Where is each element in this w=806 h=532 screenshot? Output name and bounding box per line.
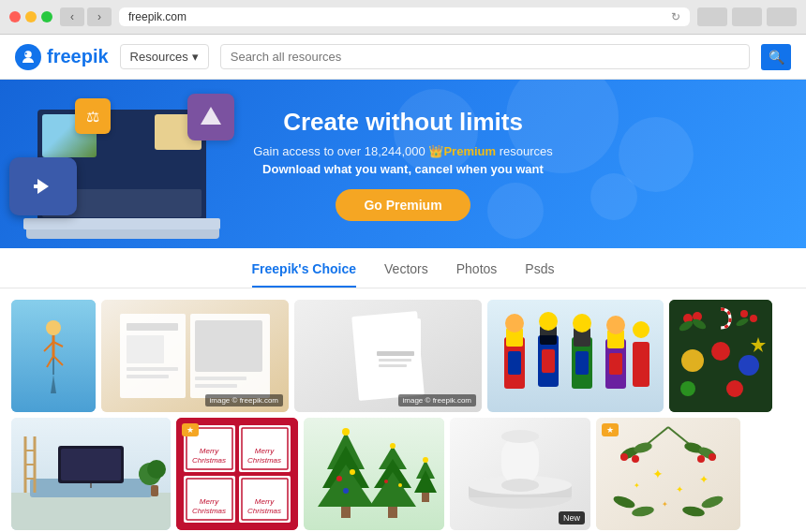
image-nutcrackers[interactable]	[487, 300, 664, 412]
resources-dropdown[interactable]: Resources ▾	[120, 44, 209, 69]
svg-text:Merry: Merry	[200, 497, 219, 506]
dropdown-arrow-icon: ▾	[192, 50, 199, 64]
image-floral-christmas[interactable]: ✦ ✦ ✦ ✦ ✦ ★	[596, 418, 740, 530]
svg-point-60	[680, 381, 695, 396]
hero-title: Create without limits	[253, 108, 553, 137]
maximize-button[interactable]	[41, 11, 52, 22]
svg-text:Merry: Merry	[200, 447, 219, 455]
svg-text:✦: ✦	[676, 484, 683, 495]
tab-vectors[interactable]: Vectors	[384, 261, 428, 288]
svg-rect-98	[341, 507, 351, 518]
nav-buttons: ‹ ›	[60, 7, 112, 26]
svg-rect-3	[34, 185, 37, 188]
freepik-navbar: freepik Resources ▾ 🔍	[0, 35, 806, 80]
laptop-base	[23, 218, 220, 229]
address-bar-wrapper: ↻	[119, 7, 690, 26]
freepik-logo[interactable]: freepik	[15, 44, 109, 70]
crown-icon: 👑	[428, 144, 443, 158]
svg-text:✦: ✦	[634, 481, 640, 490]
close-button[interactable]	[9, 11, 21, 22]
image-magazine[interactable]: image © freepik.com	[101, 300, 289, 412]
image-white-podium[interactable]: New	[450, 418, 590, 530]
svg-text:Christmas: Christmas	[247, 456, 281, 465]
search-bar	[220, 44, 750, 69]
toolbar-btn-1[interactable]	[697, 7, 727, 26]
traffic-lights	[9, 11, 52, 22]
tab-photos[interactable]: Photos	[456, 261, 498, 288]
svg-point-8	[46, 320, 61, 335]
svg-marker-2	[37, 179, 49, 194]
svg-text:Christmas: Christmas	[247, 507, 281, 515]
minimize-button[interactable]	[25, 11, 37, 22]
browser-toolbar-icons	[697, 7, 797, 26]
subtitle-end: resources	[496, 144, 553, 158]
back-button[interactable]: ‹	[60, 7, 84, 26]
svg-point-54	[740, 310, 748, 318]
svg-point-33	[505, 314, 524, 332]
forward-button[interactable]: ›	[87, 7, 112, 26]
svg-rect-29	[379, 364, 407, 367]
svg-rect-76	[151, 485, 158, 496]
svg-point-120	[501, 479, 539, 492]
hero-banner: ⚖ Create without limits Gain access to o…	[0, 80, 806, 248]
svg-point-75	[147, 460, 166, 479]
premium-label: Premium	[443, 144, 496, 158]
laptop-illustration: ⚖	[9, 89, 262, 248]
premium-badge-2: ★	[602, 423, 619, 436]
go-premium-button[interactable]: Go Premium	[336, 189, 470, 221]
subtitle-start: Gain access to over 18,244,000	[253, 144, 428, 158]
image-label: image © freepik.com	[205, 394, 283, 406]
svg-text:✦: ✦	[652, 466, 664, 481]
content-tabs: Freepik's Choice Vectors Photos Psds	[0, 248, 806, 288]
svg-rect-107	[422, 493, 429, 502]
svg-point-99	[342, 428, 350, 436]
search-button[interactable]: 🔍	[761, 44, 791, 70]
paper-label: image © freepik.com	[398, 394, 476, 406]
titlebar: ‹ › ↻	[9, 7, 797, 26]
svg-point-55	[750, 315, 757, 322]
tab-psds[interactable]: Psds	[525, 261, 554, 288]
svg-rect-18	[127, 335, 164, 363]
tab-freepiks-choice[interactable]: Freepik's Choice	[252, 261, 356, 288]
svg-point-61	[726, 380, 743, 397]
image-christmas-trees[interactable]	[304, 418, 444, 530]
svg-point-41	[573, 314, 591, 332]
image-row-1: image © freepik.com image © freepik.com	[11, 300, 795, 412]
address-bar[interactable]	[128, 10, 665, 23]
svg-point-111	[343, 488, 349, 494]
svg-point-119	[501, 430, 539, 443]
svg-text:Merry: Merry	[255, 447, 275, 455]
image-living-room[interactable]	[11, 418, 171, 530]
svg-point-45	[606, 316, 625, 334]
svg-point-58	[711, 342, 730, 361]
svg-point-108	[423, 457, 428, 463]
sticker-icon: ⚖	[86, 108, 99, 126]
search-input[interactable]	[231, 50, 739, 64]
resources-label: Resources	[130, 50, 188, 64]
toolbar-btn-3[interactable]	[767, 7, 797, 26]
svg-rect-28	[379, 359, 411, 362]
svg-point-109	[336, 476, 342, 481]
refresh-icon[interactable]: ↻	[671, 10, 680, 23]
search-icon: 🔍	[769, 50, 784, 65]
hero-content: Create without limits Gain access to ove…	[253, 108, 553, 221]
svg-point-1	[25, 52, 27, 54]
svg-point-104	[390, 443, 396, 449]
browser-chrome: ‹ › ↻	[0, 0, 806, 35]
blob-4	[590, 173, 637, 220]
image-paper-mockup[interactable]: image © freepik.com	[294, 300, 482, 412]
image-christmas-cards[interactable]: Merry Christmas Merry Christmas Merry Ch…	[176, 418, 298, 530]
svg-point-113	[398, 483, 402, 487]
svg-point-57	[681, 349, 704, 372]
toolbar-btn-2[interactable]	[732, 7, 762, 26]
svg-rect-17	[127, 323, 178, 331]
image-grid: image © freepik.com image © freepik.com	[0, 288, 806, 532]
svg-rect-64	[11, 493, 171, 530]
svg-point-48	[633, 321, 649, 338]
svg-rect-103	[388, 507, 397, 518]
svg-point-128	[620, 453, 628, 461]
image-row-2: Merry Christmas Merry Christmas Merry Ch…	[11, 418, 795, 530]
image-christmas-pattern[interactable]	[669, 300, 772, 412]
image-jump-man[interactable]	[11, 300, 96, 412]
svg-point-37	[539, 312, 558, 331]
